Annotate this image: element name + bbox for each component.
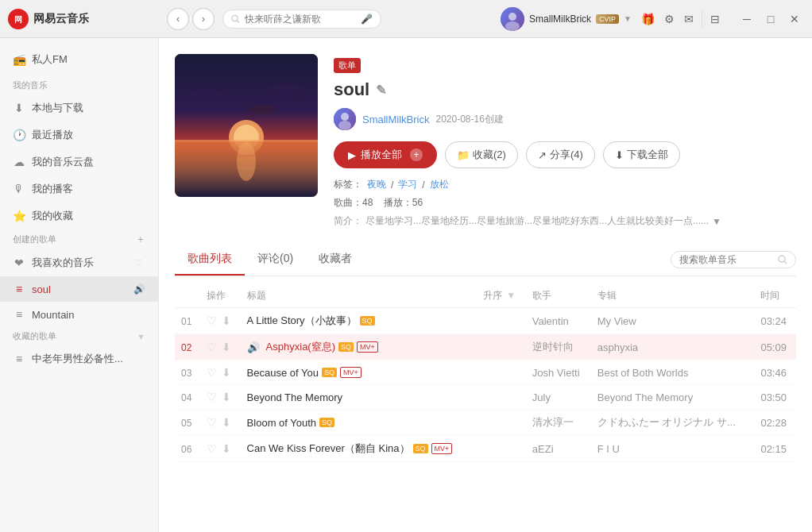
playlist-header: 歌单 soul ✎ SmallMilkBrick 2020-08-16创建 ▶ bbox=[175, 54, 796, 228]
song-artist[interactable]: Valentin bbox=[526, 308, 591, 334]
settings-icon[interactable]: ⚙ bbox=[663, 11, 676, 27]
add-playlist-button[interactable]: ＋ bbox=[136, 233, 145, 246]
mic-icon[interactable]: 🎤 bbox=[361, 13, 373, 25]
download-icon[interactable]: ⬇ bbox=[222, 341, 231, 353]
song-number: 04 bbox=[181, 392, 191, 403]
table-row[interactable]: 05 ♡ ⬇ Bloom of Youth SQ 清水淳一 クドわふたー オリジ… bbox=[175, 410, 796, 436]
share-button[interactable]: ↗ 分享(4) bbox=[526, 141, 595, 168]
table-row[interactable]: 06 ♡ ⬇ Can We Kiss Forever（翻自 Kina） SQ M… bbox=[175, 436, 796, 462]
sidebar-item-fm[interactable]: 📻 私人FM bbox=[0, 46, 158, 73]
song-album[interactable]: Beyond The Memory bbox=[591, 385, 755, 410]
tag-night[interactable]: 夜晚 bbox=[367, 178, 386, 191]
svg-point-5 bbox=[508, 13, 516, 21]
forward-button[interactable]: › bbox=[192, 8, 215, 30]
song-album[interactable]: My View bbox=[591, 308, 755, 334]
search-input[interactable] bbox=[245, 13, 356, 25]
creator-name[interactable]: SmallMilkBrick bbox=[362, 114, 430, 125]
tab-collectors[interactable]: 收藏者 bbox=[306, 244, 365, 276]
user-profile[interactable]: SmallMilkBrick CVIP ▼ bbox=[501, 7, 632, 31]
song-number: 06 bbox=[181, 444, 191, 455]
sidebar-item-liked[interactable]: ❤ 我喜欢的音乐 ♡ bbox=[0, 249, 158, 276]
tab-songlist[interactable]: 歌曲列表 bbox=[175, 244, 245, 276]
download-icon[interactable]: ⬇ bbox=[222, 416, 231, 429]
svg-point-14 bbox=[269, 83, 304, 96]
mv-badge: MV+ bbox=[357, 341, 378, 353]
sidebar-item-label: 中老年男性必备性... bbox=[32, 352, 123, 366]
svg-point-15 bbox=[248, 105, 276, 114]
cloud-icon: ☁ bbox=[13, 156, 25, 168]
edit-icon[interactable]: ✎ bbox=[376, 83, 386, 98]
table-row[interactable]: 01 ♡ ⬇ A Little Story（小故事） SQ Valentin M… bbox=[175, 308, 796, 334]
song-album[interactable]: F I U bbox=[591, 436, 755, 462]
gift-icon[interactable]: 🎁 bbox=[640, 11, 656, 27]
download-icon[interactable]: ⬇ bbox=[222, 391, 231, 403]
song-album[interactable]: Best of Both Worlds bbox=[591, 360, 755, 385]
sq-badge: SQ bbox=[322, 368, 337, 377]
tag-relax[interactable]: 放松 bbox=[430, 178, 449, 191]
svg-point-2 bbox=[232, 15, 238, 21]
download-button[interactable]: ⬇ 下载全部 bbox=[603, 141, 680, 168]
podcast-icon: 🎙 bbox=[13, 183, 25, 195]
table-row[interactable]: 02 ♡ ⬇ 🔊 Asphyxia(窒息) SQ MV+ 逆时针向 asphyx… bbox=[175, 334, 796, 360]
row-actions: ♡ ⬇ bbox=[207, 341, 234, 353]
expand-icon[interactable]: ▼ bbox=[712, 216, 721, 227]
separator bbox=[702, 11, 702, 27]
col-sort[interactable]: 升序 ▼ bbox=[477, 284, 526, 308]
nav-buttons: ‹ › bbox=[167, 8, 215, 30]
download-icon-2: ⬇ bbox=[615, 149, 624, 161]
download-icon[interactable]: ⬇ bbox=[222, 366, 231, 379]
like-icon[interactable]: ♡ bbox=[207, 314, 217, 327]
song-artist[interactable]: aEZi bbox=[526, 436, 591, 462]
like-icon[interactable]: ♡ bbox=[207, 341, 217, 353]
song-artist[interactable]: 逆时针向 bbox=[526, 334, 591, 360]
minimize-button[interactable]: ─ bbox=[737, 10, 756, 29]
col-actions: 操作 bbox=[200, 284, 241, 308]
table-row[interactable]: 03 ♡ ⬇ Because of You SQ MV+ Josh Vietti… bbox=[175, 360, 796, 385]
collect-button[interactable]: 📁 收藏(2) bbox=[445, 141, 518, 168]
search-icon-2[interactable] bbox=[778, 255, 787, 264]
heart-outline-icon: ♡ bbox=[133, 258, 145, 268]
song-album[interactable]: クドわふたー オリジナル サ... bbox=[591, 410, 755, 436]
sidebar-item-label: 我的播客 bbox=[32, 182, 73, 196]
download-icon[interactable]: ⬇ bbox=[222, 314, 231, 327]
sidebar-item-collected-1[interactable]: ≡ 中老年男性必备性... bbox=[0, 345, 158, 372]
maximize-button[interactable]: □ bbox=[761, 10, 780, 29]
like-icon[interactable]: ♡ bbox=[207, 391, 217, 403]
song-name: Beyond The Memory bbox=[247, 391, 470, 403]
svg-point-21 bbox=[338, 121, 351, 130]
song-artist[interactable]: July bbox=[526, 385, 591, 410]
song-artist[interactable]: Josh Vietti bbox=[526, 360, 591, 385]
sidebar-item-mountain[interactable]: ≡ Mountain bbox=[0, 302, 158, 327]
song-artist[interactable]: 清水淳一 bbox=[526, 410, 591, 436]
like-icon[interactable]: ♡ bbox=[207, 442, 217, 455]
mail-icon[interactable]: ✉ bbox=[682, 11, 695, 27]
playing-indicator-icon: 🔊 bbox=[133, 283, 145, 295]
song-number: 05 bbox=[181, 418, 191, 429]
sidebar-item-cloud[interactable]: ☁ 我的音乐云盘 bbox=[0, 148, 158, 175]
sidebar-item-download[interactable]: ⬇ 本地与下载 bbox=[0, 94, 158, 121]
table-row[interactable]: 04 ♡ ⬇ Beyond The Memory July Beyond The… bbox=[175, 385, 796, 410]
sidebar-item-podcast[interactable]: 🎙 我的播客 bbox=[0, 175, 158, 202]
like-icon[interactable]: ♡ bbox=[207, 366, 217, 379]
sq-badge: SQ bbox=[413, 444, 428, 453]
song-search-input[interactable] bbox=[679, 254, 775, 265]
song-number: 02 bbox=[181, 342, 191, 353]
back-button[interactable]: ‹ bbox=[167, 8, 189, 30]
sidebar-item-label: 我的音乐云盘 bbox=[32, 155, 94, 169]
close-button[interactable]: ✕ bbox=[785, 10, 804, 29]
like-icon[interactable]: ♡ bbox=[207, 416, 217, 429]
titlebar-icons: 🎁 ⚙ ✉ ⊟ bbox=[640, 11, 721, 27]
tag-study[interactable]: 学习 bbox=[398, 178, 417, 191]
sidebar-item-recent[interactable]: 🕐 最近播放 bbox=[0, 121, 158, 148]
download-icon[interactable]: ⬇ bbox=[222, 442, 231, 455]
song-album[interactable]: asphyxia bbox=[591, 334, 755, 360]
tab-comments[interactable]: 评论(0) bbox=[245, 244, 306, 276]
sidebar-item-soul[interactable]: ≡ soul 🔊 bbox=[0, 276, 158, 302]
sidebar-item-collection[interactable]: ⭐ 我的收藏 bbox=[0, 202, 158, 229]
heart-icon: ❤ bbox=[13, 256, 25, 269]
my-music-section-title: 我的音乐 bbox=[0, 73, 158, 94]
sidebar-item-label: Mountain bbox=[32, 309, 74, 321]
song-name: Bloom of Youth SQ bbox=[247, 417, 470, 429]
screen-icon[interactable]: ⊟ bbox=[709, 11, 721, 27]
play-all-button[interactable]: ▶ 播放全部 + bbox=[334, 141, 437, 168]
